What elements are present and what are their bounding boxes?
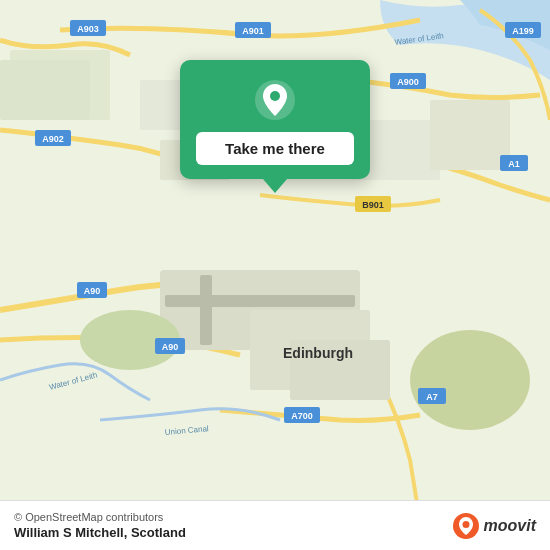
location-info: William S Mitchell, Scotland (14, 525, 186, 540)
svg-text:A90: A90 (84, 286, 101, 296)
bottom-left: © OpenStreetMap contributors William S M… (14, 511, 186, 540)
popup-card: Take me there (180, 60, 370, 179)
take-me-there-button[interactable]: Take me there (196, 132, 354, 165)
svg-rect-5 (0, 60, 90, 120)
svg-rect-2 (165, 295, 355, 307)
map-container: A903 A901 A902 A900 A199 A1 A90 A90 B901… (0, 0, 550, 500)
svg-text:A902: A902 (42, 134, 64, 144)
svg-text:A7: A7 (426, 392, 438, 402)
svg-rect-3 (200, 275, 212, 345)
moovit-logo-icon (452, 512, 480, 540)
svg-text:A700: A700 (291, 411, 313, 421)
svg-point-13 (410, 330, 530, 430)
svg-text:A900: A900 (397, 77, 419, 87)
svg-rect-9 (430, 100, 510, 170)
location-name: William S Mitchell (14, 525, 124, 540)
svg-text:A90: A90 (162, 342, 179, 352)
svg-text:A199: A199 (512, 26, 534, 36)
svg-text:Edinburgh: Edinburgh (283, 345, 353, 361)
moovit-text: moovit (484, 517, 536, 535)
bottom-bar: © OpenStreetMap contributors William S M… (0, 500, 550, 550)
svg-point-43 (462, 521, 469, 528)
location-separator: , (124, 525, 131, 540)
svg-text:A1: A1 (508, 159, 520, 169)
attribution-text: © OpenStreetMap contributors (14, 511, 186, 523)
map-pin-icon (253, 78, 297, 122)
svg-point-41 (270, 91, 280, 101)
location-region: Scotland (131, 525, 186, 540)
svg-text:A901: A901 (242, 26, 264, 36)
svg-text:A903: A903 (77, 24, 99, 34)
svg-text:B901: B901 (362, 200, 384, 210)
moovit-logo: moovit (452, 512, 536, 540)
